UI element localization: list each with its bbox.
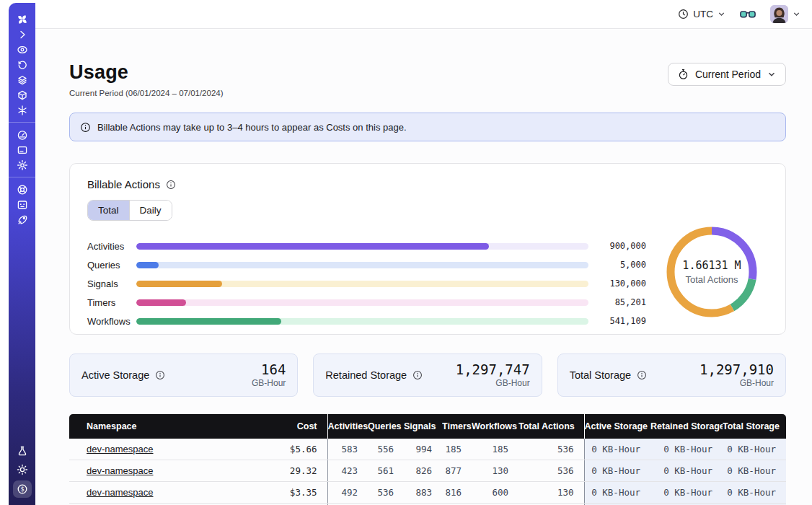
banner-text: Billable Actions may take up to 3–4 hour…	[97, 122, 407, 133]
feedback-glasses-button[interactable]	[740, 9, 756, 19]
sidebar-item-nexus[interactable]	[14, 102, 31, 118]
billing-icon	[17, 144, 28, 156]
glasses-icon	[740, 9, 756, 19]
total-actions-donut-chart: 1.66131 M Total Actions	[666, 226, 758, 318]
tab-total[interactable]: Total	[88, 201, 129, 220]
getting-started-icon	[17, 214, 28, 226]
cell-activities: 423	[327, 460, 368, 482]
cell-queries: 561	[368, 460, 404, 482]
page-subtitle: Current Period (06/01/2024 – 07/01/2024)	[69, 89, 224, 97]
sidebar-item-namespaces[interactable]	[14, 42, 31, 57]
cell-queries: 536	[368, 482, 404, 504]
sidebar-item-support[interactable]	[14, 182, 31, 197]
info-icon[interactable]	[412, 370, 423, 380]
sidebar-item-deployments[interactable]	[14, 87, 31, 102]
total-daily-tabs: TotalDaily	[87, 200, 172, 221]
cell-total_actions: 130	[518, 482, 584, 504]
sidebar-item-expand-nav[interactable]	[14, 27, 31, 42]
cell-timers: 816	[442, 482, 472, 504]
bar-track	[136, 281, 588, 287]
bar-track	[136, 262, 588, 268]
cell-signals: 883	[404, 482, 442, 504]
chevron-down-icon	[718, 10, 725, 18]
namespace-link[interactable]: dev-namespace	[87, 487, 154, 498]
timezone-selector[interactable]: UTC	[678, 9, 725, 19]
sidebar-item-theme-toggle[interactable]	[14, 462, 31, 477]
donut-center-label: Total Actions	[686, 274, 738, 285]
table-row: dev-namespace$5.665835569941851855360 KB…	[69, 439, 786, 460]
cell-active_storage: 0 KB-Hour	[584, 482, 650, 504]
cell-cost: $3.35	[242, 482, 327, 504]
topbar: UTC	[35, 0, 812, 29]
labs-icon	[17, 445, 28, 457]
bar-label: Activities	[87, 241, 136, 252]
sidebar-item-history[interactable]	[14, 57, 31, 72]
cell-cost: $5.66	[242, 439, 327, 460]
cell-signals: 826	[404, 460, 442, 482]
usage-bar-row: Timers85,201	[87, 293, 646, 312]
cell-timers: 877	[442, 460, 472, 482]
account-menu[interactable]	[770, 5, 800, 23]
deployments-icon	[17, 89, 28, 101]
bar-value: 5,000	[588, 260, 646, 270]
column-header-activities: Activities	[327, 414, 368, 439]
bar-value: 900,000	[588, 241, 646, 251]
info-icon[interactable]	[637, 370, 647, 380]
tab-daily[interactable]: Daily	[129, 201, 172, 220]
retained-storage-value: 1,297,747	[456, 362, 530, 377]
cell-total_storage: 0 KB-Hour	[723, 439, 786, 460]
cell-activities: 583	[327, 439, 368, 460]
info-icon[interactable]	[155, 370, 165, 380]
usage-bar-row: Workflows541,109	[87, 312, 646, 330]
info-icon[interactable]	[166, 180, 176, 190]
table-row: dev-namespace29.324235618268771305360 KB…	[69, 460, 786, 482]
bar-label: Signals	[87, 278, 136, 289]
usage-bar-row: Signals130,000	[87, 274, 646, 293]
history-icon	[17, 59, 28, 71]
period-dropdown-button[interactable]: Current Period	[668, 63, 786, 86]
column-header-cost: Cost	[242, 414, 327, 439]
sidebar-item-billing[interactable]	[14, 142, 31, 157]
usage-bar-row: Queries5,000	[87, 255, 646, 274]
sidebar-item-pricing[interactable]: $	[13, 480, 32, 498]
column-header-workflows: Workflows	[472, 414, 518, 439]
bar-track	[136, 318, 588, 325]
cell-signals: 994	[404, 439, 442, 460]
sidebar-item-settings[interactable]	[14, 157, 31, 172]
namespace-link[interactable]: dev-namespace	[87, 444, 154, 454]
storage-summary-row: Active Storage 164 GB-Hour Retained Stor…	[69, 354, 786, 397]
console-icon	[17, 199, 28, 211]
column-header-signals: Signals	[404, 414, 442, 439]
cell-active_storage: 0 KB-Hour	[584, 439, 650, 460]
sidebar-item-temporal-logo[interactable]	[14, 12, 31, 27]
bar-track	[136, 299, 588, 306]
namespaces-icon	[17, 44, 28, 56]
cell-total_actions: 536	[518, 439, 584, 460]
sidebar-item-getting-started[interactable]	[14, 212, 31, 227]
bar-track	[136, 243, 588, 250]
expand-nav-icon	[17, 29, 28, 40]
sidebar-item-layers[interactable]	[14, 72, 31, 87]
sidebar-divider	[9, 177, 35, 177]
namespace-link[interactable]: dev-namespace	[87, 465, 154, 476]
donut-center-value: 1.66131 M	[682, 259, 741, 272]
temporal-logo-icon	[17, 14, 28, 25]
column-header-timers: Timers	[442, 414, 472, 439]
bar-value: 130,000	[588, 278, 646, 289]
usage-icon	[17, 129, 28, 141]
main-content: Usage Current Period (06/01/2024 – 07/01…	[35, 30, 812, 505]
total-storage-card: Total Storage 1,297,910 GB-Hour	[557, 354, 786, 397]
info-icon	[80, 122, 91, 133]
nexus-icon	[17, 105, 28, 116]
sidebar-item-console[interactable]	[14, 197, 31, 212]
svg-text:$: $	[20, 486, 24, 493]
cell-activities: 492	[327, 482, 368, 504]
namespace-usage-table: NamespaceCostActivitiesQueriesSignalsTim…	[69, 414, 786, 505]
bar-fill	[136, 262, 159, 268]
stopwatch-icon	[678, 69, 689, 80]
sidebar-item-usage[interactable]	[14, 127, 31, 142]
sidebar-item-labs[interactable]	[14, 443, 31, 458]
support-icon	[17, 184, 28, 196]
cell-cost: 29.32	[242, 460, 327, 482]
billable-actions-bar-chart: Activities900,000Queries5,000Signals130,…	[87, 237, 646, 330]
